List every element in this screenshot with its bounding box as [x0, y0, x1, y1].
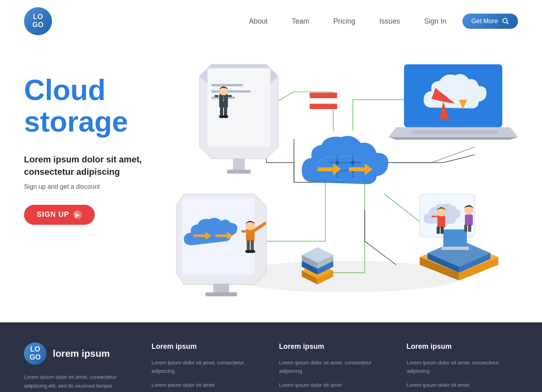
svg-rect-38: [412, 130, 498, 134]
main-nav: About Team Pricing Issues Sign In: [249, 17, 446, 26]
signup-button[interactable]: SIGN UP ▶: [24, 205, 95, 225]
hero-content: Cloud storage Lorem ipsum dolor sit amet…: [24, 42, 168, 225]
arrow-icon: ▶: [73, 210, 82, 219]
nav-team[interactable]: Team: [292, 17, 309, 26]
svg-rect-73: [464, 225, 467, 232]
nav-issues[interactable]: Issues: [379, 17, 400, 26]
footer-col-4: Lorem ipsum Lorem ipsum dolor sit amet, …: [406, 342, 518, 392]
hero-illustration: [176, 42, 518, 306]
svg-marker-37: [388, 137, 518, 140]
svg-rect-58: [241, 230, 246, 233]
hero-section: Cloud storage Lorem ipsum dolor sit amet…: [0, 42, 542, 322]
footer-logo: LO GO: [24, 342, 46, 365]
svg-rect-74: [468, 225, 471, 232]
hero-subtitle: Lorem ipsum dolor sit amet, consectetur …: [24, 154, 168, 178]
iso-illustration: [176, 42, 518, 306]
svg-point-62: [249, 250, 256, 253]
svg-rect-44: [206, 292, 237, 296]
footer-col2-title: Lorem ipsum: [152, 342, 263, 351]
svg-point-28: [351, 161, 354, 164]
footer: LO GO lorem ipsum Lorem ipsum dolor sit …: [0, 322, 542, 392]
svg-rect-7: [211, 90, 250, 93]
footer-brand-name: lorem ipsum: [53, 348, 110, 359]
footer-col4-p1: Lorem ipsum dolor sit amet, consectetur …: [406, 359, 518, 376]
svg-rect-72: [465, 214, 473, 226]
footer-col4-title: Lorem ipsum: [406, 342, 518, 351]
svg-point-27: [336, 161, 339, 164]
svg-rect-70: [441, 247, 469, 250]
svg-rect-5: [208, 68, 270, 147]
svg-rect-60: [251, 240, 254, 252]
svg-rect-59: [247, 240, 250, 252]
header: LO GO About Team Pricing Issues Sign In …: [0, 0, 542, 42]
svg-point-0: [503, 18, 507, 23]
svg-rect-78: [440, 227, 444, 234]
svg-rect-76: [438, 216, 446, 228]
nav-pricing[interactable]: Pricing: [333, 17, 355, 26]
footer-col3-p1: Lorem ipsum dolor sit amet, consectetur …: [279, 359, 391, 376]
footer-col-3: Lorem ipsum Lorem ipsum dolor sit amet, …: [279, 342, 391, 392]
footer-col2-p1: Lorem ipsum dolor sit amet, consectetur …: [152, 359, 263, 376]
svg-point-20: [223, 115, 228, 118]
hero-tagline: Sign up and get a discount: [24, 183, 168, 190]
svg-rect-12: [310, 98, 337, 104]
footer-col2-p2: Lorem ipsum dolor sit amet: [152, 381, 263, 390]
search-icon: [502, 18, 509, 25]
svg-rect-9: [233, 159, 245, 170]
svg-rect-11: [310, 104, 337, 109]
svg-rect-77: [437, 227, 440, 234]
footer-col-2: Lorem ipsum Lorem ipsum dolor sit amet, …: [152, 342, 263, 392]
svg-rect-69: [443, 230, 467, 247]
footer-brand-col: LO GO lorem ipsum Lorem ipsum dolor sit …: [24, 342, 136, 392]
nav-signin[interactable]: Sign In: [424, 17, 446, 26]
svg-rect-6: [211, 84, 243, 86]
svg-rect-43: [213, 284, 229, 293]
footer-col4-p2: Lorem ipsum dolor sit amet: [406, 381, 518, 390]
hero-title: Cloud storage: [24, 74, 168, 138]
svg-rect-21: [214, 95, 218, 97]
svg-rect-10: [227, 170, 251, 174]
footer-col3-p2: Lorem ipsum dolor sit amet: [279, 381, 391, 390]
svg-rect-13: [310, 93, 337, 98]
nav-about[interactable]: About: [249, 17, 268, 26]
svg-line-1: [507, 22, 509, 24]
logo[interactable]: LO GO: [24, 7, 52, 35]
get-more-button[interactable]: Get More: [462, 14, 518, 29]
svg-rect-22: [228, 95, 232, 97]
footer-brand-desc: Lorem ipsum dolor sit amet, consectetur …: [24, 373, 136, 392]
footer-col3-title: Lorem ipsum: [279, 342, 391, 351]
